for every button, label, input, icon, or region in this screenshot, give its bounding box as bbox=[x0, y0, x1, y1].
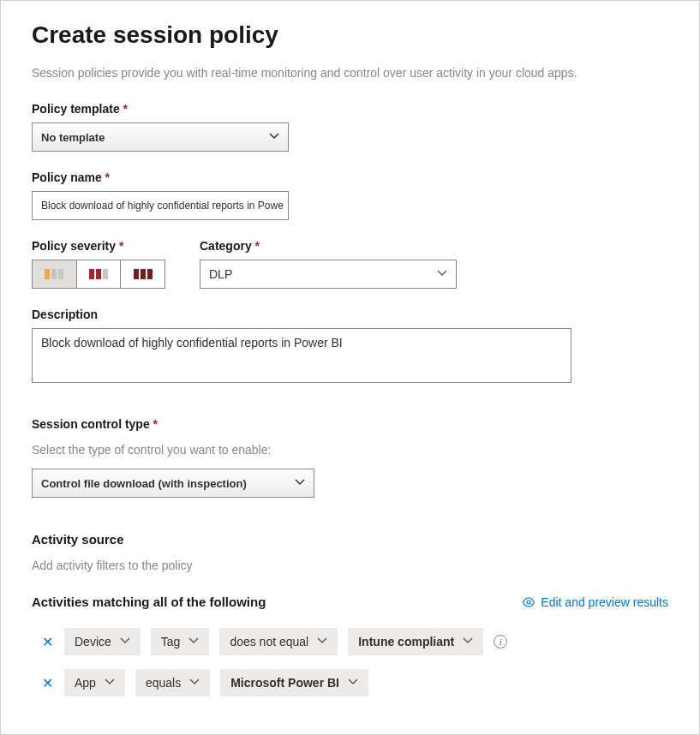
description-label: Description bbox=[32, 308, 668, 321]
remove-filter-icon[interactable]: ✕ bbox=[40, 634, 54, 650]
activity-source-heading: Activity source bbox=[32, 532, 668, 547]
eye-icon bbox=[522, 595, 535, 609]
info-icon[interactable]: i bbox=[494, 635, 507, 648]
activity-source-hint: Add activity filters to the policy bbox=[32, 559, 668, 572]
severity-low-icon bbox=[45, 269, 63, 279]
filter-operator-dropdown[interactable]: does not equal bbox=[219, 628, 338, 655]
severity-high-icon bbox=[134, 269, 153, 279]
page-subtitle: Session policies provide you with real-t… bbox=[32, 66, 668, 80]
filter-operator-dropdown[interactable]: equals bbox=[135, 669, 210, 696]
policy-name-input[interactable]: Block download of highly confidential re… bbox=[32, 191, 289, 220]
policy-name-label: Policy name bbox=[32, 170, 668, 184]
severity-low-button[interactable] bbox=[33, 260, 77, 288]
activities-matching-label: Activities matching all of the following bbox=[32, 595, 266, 609]
category-value: DLP bbox=[209, 267, 232, 281]
remove-filter-icon[interactable]: ✕ bbox=[40, 675, 54, 691]
session-control-dropdown[interactable]: Control file download (with inspection) bbox=[32, 469, 314, 498]
filter-field-dropdown[interactable]: Device bbox=[64, 628, 141, 655]
description-textarea[interactable] bbox=[32, 328, 571, 383]
filter-subfield-dropdown[interactable]: Tag bbox=[151, 628, 210, 655]
policy-severity-label: Policy severity bbox=[32, 239, 165, 253]
session-control-hint: Select the type of control you want to e… bbox=[32, 443, 668, 457]
chevron-down-icon bbox=[295, 477, 305, 490]
page-title: Create session policy bbox=[32, 21, 668, 49]
filter-value-dropdown[interactable]: Microsoft Power BI bbox=[220, 669, 368, 696]
chevron-down-icon bbox=[188, 636, 199, 648]
severity-toggle-group bbox=[32, 260, 165, 289]
policy-template-value: No template bbox=[41, 131, 105, 144]
category-label: Category bbox=[200, 239, 457, 253]
chevron-down-icon bbox=[105, 677, 115, 690]
chevron-down-icon bbox=[317, 636, 327, 648]
chevron-down-icon bbox=[189, 677, 200, 690]
create-session-policy-page: Create session policy Session policies p… bbox=[0, 0, 700, 735]
chevron-down-icon bbox=[120, 636, 130, 648]
category-dropdown[interactable]: DLP bbox=[200, 260, 457, 289]
session-control-value: Control file download (with inspection) bbox=[41, 477, 247, 490]
svg-point-0 bbox=[527, 601, 530, 604]
filter-field-dropdown[interactable]: App bbox=[64, 669, 125, 696]
filter-row: ✕ Device Tag does not equal Intune compl… bbox=[40, 628, 668, 655]
filter-value-dropdown[interactable]: Intune compliant bbox=[348, 628, 483, 655]
severity-medium-icon bbox=[89, 269, 108, 279]
policy-template-dropdown[interactable]: No template bbox=[32, 122, 289, 152]
session-control-type-label: Session control type bbox=[32, 417, 668, 431]
filter-row: ✕ App equals Microsoft Power BI bbox=[40, 669, 668, 696]
chevron-down-icon bbox=[463, 636, 473, 648]
policy-template-label: Policy template bbox=[32, 102, 668, 116]
chevron-down-icon bbox=[348, 677, 358, 690]
severity-medium-button[interactable] bbox=[77, 260, 122, 288]
chevron-down-icon bbox=[437, 267, 447, 281]
severity-high-button[interactable] bbox=[121, 260, 165, 288]
edit-preview-link[interactable]: Edit and preview results bbox=[522, 595, 668, 609]
chevron-down-icon bbox=[269, 131, 279, 144]
